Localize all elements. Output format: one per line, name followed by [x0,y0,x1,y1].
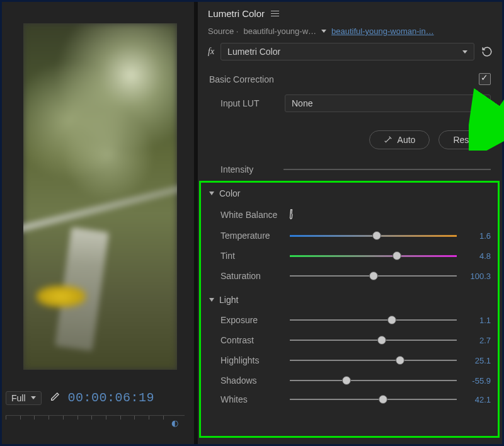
auto-button-label: Auto [398,135,416,145]
source-clip-name: beautiful-young-w… [243,26,316,36]
magic-wand-icon [384,135,392,144]
effect-name-label: Lumetri Color [227,47,280,57]
exposure-value[interactable]: 1.1 [462,316,491,325]
timeline-scrubber[interactable]: ◐ [6,415,185,430]
basic-correction-header[interactable]: Basic Correction [209,74,274,84]
tint-value[interactable]: 4.8 [462,251,491,261]
panel-menu-icon[interactable] [271,11,279,16]
highlights-label: Highlights [220,355,285,365]
shadows-value[interactable]: -55.9 [462,376,491,386]
temperature-label: Temperature [220,231,285,241]
whites-label: Whites [220,394,285,404]
preview-resolution-label: Full [11,393,26,403]
input-lut-dropdown[interactable]: None [285,94,491,112]
chevron-down-icon [209,298,214,302]
source-prefix: Source · [208,26,238,36]
contrast-slider[interactable] [290,336,457,345]
saturation-value[interactable]: 100.3 [462,272,491,281]
chevron-down-icon[interactable] [321,30,326,33]
effect-name-dropdown[interactable]: Lumetri Color [220,43,474,60]
color-group-label: Color [219,188,240,198]
reset-button-label: Reset [453,135,476,145]
highlights-slider[interactable] [290,356,457,365]
tint-label: Tint [220,251,285,261]
input-lut-label: Input LUT [220,98,278,108]
tint-slider[interactable] [290,251,457,260]
chevron-down-icon [462,50,467,54]
intensity-label: Intensity [220,164,278,174]
video-preview[interactable] [23,23,177,370]
basic-correction-toggle[interactable] [479,73,491,85]
whites-value[interactable]: 42.1 [462,395,491,404]
shadows-label: Shadows [220,375,285,386]
chevron-down-icon [209,192,214,195]
intensity-slider[interactable] [284,169,491,170]
whites-slider[interactable] [290,395,457,404]
timecode-display[interactable]: 00:00:06:19 [68,391,155,405]
temperature-slider[interactable] [290,231,457,240]
chevron-down-icon [479,102,484,105]
lumetri-color-panel: Lumetri Color Source · beautiful-young-w… [198,2,502,444]
exposure-label: Exposure [220,315,285,325]
saturation-label: Saturation [220,271,285,281]
white-balance-label: White Balance [220,210,277,220]
exposure-slider[interactable] [290,316,457,324]
contrast-label: Contrast [220,335,285,345]
reset-button[interactable]: Reset [438,130,491,149]
light-group-header[interactable]: Light [198,286,502,310]
preview-resolution-dropdown[interactable]: Full [6,391,42,405]
shadows-slider[interactable] [290,376,457,385]
fx-badge-icon[interactable]: fx [208,47,214,57]
color-group-header[interactable]: Color [198,180,502,203]
highlights-value[interactable]: 25.1 [462,356,491,365]
settings-wrench-icon[interactable] [49,391,60,404]
program-monitor-pane: Full 00:00:06:19 ◐ [2,2,194,444]
input-lut-value: None [292,98,312,108]
eyedropper-icon[interactable] [284,207,299,222]
saturation-slider[interactable] [290,272,457,280]
sequence-link[interactable]: beautiful-young-woman-in… [331,26,434,36]
light-group-label: Light [219,295,238,305]
temperature-value[interactable]: 1.6 [462,231,491,241]
panel-title: Lumetri Color [208,8,265,19]
auto-button[interactable]: Auto [369,130,430,149]
reset-effect-icon[interactable] [481,45,493,58]
contrast-value[interactable]: 2.7 [462,336,491,345]
timeline-marker-icon[interactable]: ◐ [171,418,178,428]
chevron-down-icon [31,396,36,399]
